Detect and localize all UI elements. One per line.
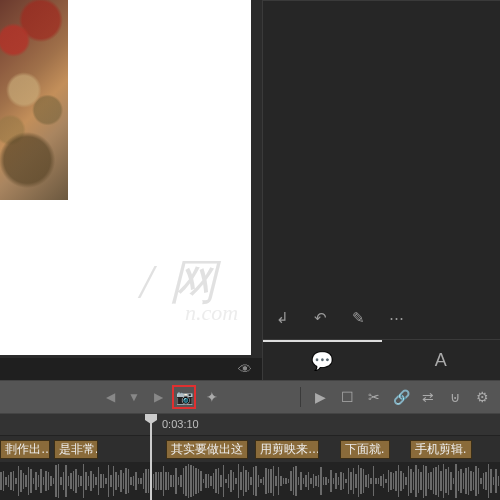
time-ruler[interactable]: 0:03:10	[0, 414, 500, 436]
marker-prev-icon[interactable]: ◀	[100, 390, 120, 404]
timecode-label: 0:03:10	[162, 418, 199, 430]
magnet-tool-icon[interactable]: ⊍	[443, 385, 467, 409]
waveform	[0, 462, 500, 500]
swap-tool-icon[interactable]: ⇄	[416, 385, 440, 409]
snapshot-button[interactable]: 📷	[172, 385, 196, 409]
playhead[interactable]	[150, 414, 152, 500]
preview-frame	[0, 0, 68, 200]
subtitle-clip[interactable]: 剕作出…	[0, 440, 50, 459]
visibility-icon[interactable]: 👁	[238, 361, 252, 377]
subtitle-track[interactable]: 剕作出…是非常.其实要做出这用剪映来…下面就.手机剪辑.	[0, 440, 500, 460]
cut-tool-icon[interactable]: ✂	[362, 385, 386, 409]
link-tool-icon[interactable]: 🔗	[389, 385, 413, 409]
select-tool-icon[interactable]: ☐	[335, 385, 359, 409]
subtitle-clip[interactable]: 用剪映来…	[255, 440, 319, 459]
undo-icon[interactable]: ↶	[309, 307, 331, 329]
panel-tabs: 💬 A	[263, 339, 500, 379]
panel-toolbar: ↲ ↶ ✎ ⋯	[263, 301, 500, 335]
tab-text[interactable]: A	[382, 340, 501, 379]
more-icon[interactable]: ⋯	[385, 307, 407, 329]
audio-track[interactable]	[0, 462, 500, 500]
marker-next-icon[interactable]: ▶	[148, 390, 168, 404]
edit-icon[interactable]: ✎	[347, 307, 369, 329]
timeline-toolbar: ◀ ▼ ▶ 📷 ✦ ▶ ☐ ✂ 🔗 ⇄ ⊍ ⚙	[0, 380, 500, 414]
back-icon[interactable]: ↲	[271, 307, 293, 329]
timeline[interactable]: 0:03:10 剕作出…是非常.其实要做出这用剪映来…下面就.手机剪辑.	[0, 414, 500, 500]
side-panel: ↲ ↶ ✎ ⋯ 💬 A	[262, 0, 500, 380]
toolbar-divider	[300, 387, 301, 407]
pointer-tool-icon[interactable]: ▶	[308, 385, 332, 409]
subtitle-clip[interactable]: 下面就.	[340, 440, 390, 459]
tab-comment[interactable]: 💬	[263, 340, 382, 379]
subtitle-clip[interactable]: 手机剪辑.	[410, 440, 472, 459]
preview-bottom-bar: 👁	[0, 358, 262, 380]
wand-icon[interactable]: ✦	[200, 385, 224, 409]
subtitle-clip[interactable]: 是非常.	[54, 440, 98, 459]
preview-canvas	[0, 0, 251, 355]
subtitle-clip[interactable]: 其实要做出这	[166, 440, 248, 459]
settings-icon[interactable]: ⚙	[470, 385, 494, 409]
marker-down-icon[interactable]: ▼	[124, 390, 144, 404]
